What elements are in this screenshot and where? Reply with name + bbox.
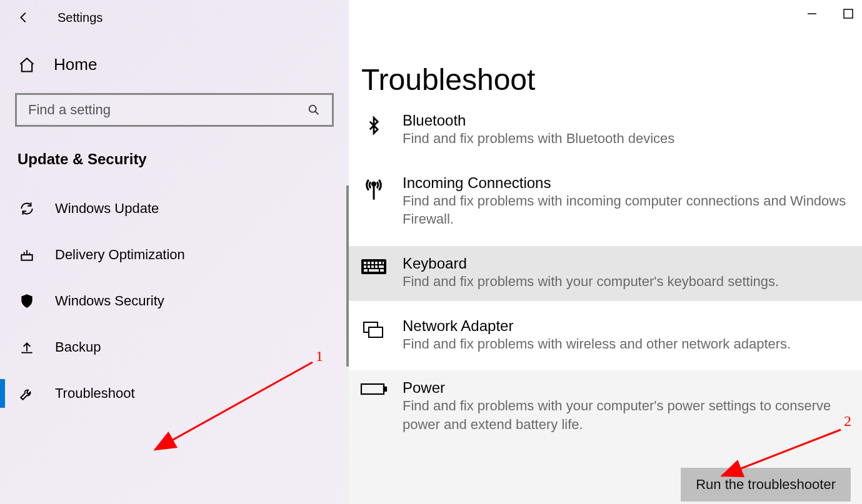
run-troubleshooter-button[interactable]: Run the troubleshooter (681, 468, 851, 502)
sidebar-item-backup[interactable]: Backup (0, 324, 349, 370)
troubleshoot-item-keyboard[interactable]: Keyboard Find and fix problems with your… (349, 246, 862, 301)
troubleshoot-item-title: Keyboard (403, 255, 851, 272)
svg-rect-9 (379, 262, 381, 264)
page-title: Troubleshoot (349, 12, 862, 103)
battery-icon (360, 379, 388, 404)
app-title: Settings (58, 11, 103, 25)
svg-point-0 (309, 106, 316, 112)
svg-rect-20 (369, 327, 383, 337)
sidebar-item-troubleshoot[interactable]: Troubleshoot (0, 370, 349, 417)
home-icon (18, 56, 36, 74)
sidebar-item-label: Delivery Optimization (55, 247, 185, 263)
maximize-button[interactable] (841, 6, 856, 21)
sidebar: Settings Home Update & Security (0, 0, 349, 504)
shield-icon (18, 292, 36, 310)
svg-rect-16 (364, 269, 368, 272)
svg-rect-6 (368, 262, 370, 264)
bluetooth-icon (360, 112, 388, 137)
sidebar-item-label: Windows Update (55, 200, 159, 217)
main-panel: Troubleshoot Bluetooth Find and fix prob… (349, 0, 862, 504)
antenna-icon (360, 174, 388, 199)
svg-rect-12 (368, 265, 370, 268)
troubleshoot-list: Bluetooth Find and fix problems with Blu… (349, 103, 862, 504)
sidebar-item-windows-update[interactable]: Windows Update (0, 185, 349, 232)
sidebar-item-label: Backup (55, 339, 101, 355)
network-adapter-icon (360, 317, 388, 342)
sidebar-item-label: Windows Security (55, 293, 164, 309)
svg-rect-13 (371, 265, 374, 268)
troubleshoot-item-title: Network Adapter (403, 317, 851, 335)
home-link[interactable]: Home (0, 44, 349, 89)
svg-rect-2 (844, 9, 853, 18)
sidebar-item-label: Troubleshoot (55, 385, 135, 402)
sidebar-item-delivery-optimization[interactable]: Delivery Optimization (0, 232, 349, 278)
troubleshoot-item-title: Incoming Connections (403, 174, 851, 192)
svg-rect-22 (361, 384, 384, 394)
troubleshoot-item-title: Power (403, 379, 851, 397)
troubleshoot-item-incoming-connections[interactable]: Incoming Connections Find and fix proble… (349, 166, 862, 239)
backup-icon (18, 338, 36, 357)
back-button[interactable] (15, 9, 33, 26)
svg-rect-14 (375, 265, 378, 268)
titlebar: Settings (0, 9, 349, 44)
troubleshoot-item-desc: Find and fix problems with Bluetooth dev… (403, 129, 851, 148)
svg-rect-15 (379, 265, 384, 268)
troubleshoot-item-desc: Find and fix problems with your computer… (403, 272, 851, 291)
troubleshoot-item-title: Bluetooth (403, 112, 851, 129)
svg-rect-8 (375, 262, 378, 264)
section-header: Update & Security (0, 144, 349, 185)
svg-rect-17 (369, 269, 379, 272)
svg-rect-1 (21, 255, 32, 260)
home-label: Home (54, 55, 97, 74)
svg-rect-7 (371, 262, 374, 264)
troubleshoot-item-desc: Find and fix problems with incoming comp… (403, 192, 851, 229)
nav-list: Windows Update Delivery Optimization Win… (0, 185, 349, 417)
svg-point-3 (372, 182, 375, 185)
svg-rect-23 (384, 387, 386, 391)
run-row: Run the troubleshooter (360, 449, 851, 504)
window-controls (804, 6, 856, 21)
svg-rect-10 (383, 262, 384, 264)
troubleshoot-item-bluetooth[interactable]: Bluetooth Find and fix problems with Blu… (349, 103, 862, 158)
svg-rect-5 (364, 262, 366, 264)
troubleshoot-item-desc: Find and fix problems with wireless and … (403, 335, 851, 353)
troubleshoot-item-network-adapter[interactable]: Network Adapter Find and fix problems wi… (349, 309, 862, 363)
search-box[interactable] (15, 93, 334, 127)
sync-icon (18, 199, 36, 218)
troubleshoot-item-power[interactable]: Power Find and fix problems with your co… (349, 370, 862, 504)
svg-rect-18 (380, 269, 384, 272)
troubleshoot-item-desc: Find and fix problems with your computer… (403, 397, 851, 433)
search-icon (307, 103, 321, 117)
minimize-button[interactable] (804, 6, 819, 21)
sidebar-item-windows-security[interactable]: Windows Security (0, 278, 349, 324)
search-input[interactable] (28, 102, 307, 118)
keyboard-icon (360, 255, 388, 280)
svg-rect-11 (364, 265, 366, 268)
delivery-icon (18, 245, 36, 264)
wrench-icon (18, 384, 36, 403)
